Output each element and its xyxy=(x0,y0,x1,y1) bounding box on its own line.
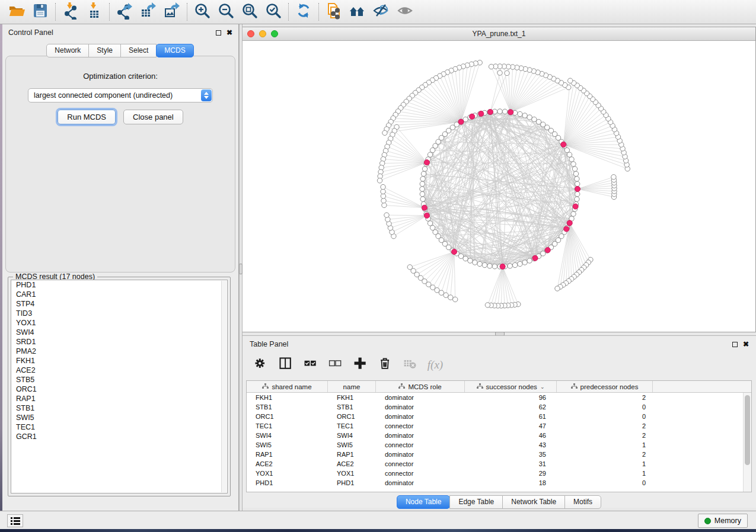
cell-role[interactable]: dominator xyxy=(376,432,465,439)
table-row-TEC1[interactable]: TEC1TEC1connector472 xyxy=(247,421,743,431)
memory-button[interactable]: Memory xyxy=(698,514,748,528)
show-graphics-details-button[interactable] xyxy=(393,2,417,22)
table-row-FKH1[interactable]: FKH1FKH1dominator962 xyxy=(247,393,743,402)
optimization-criterion-dropdown[interactable]: largest connected component (undirected) xyxy=(28,88,213,102)
mcds-result-item[interactable]: GCR1 xyxy=(11,432,227,441)
network-canvas[interactable] xyxy=(243,41,755,332)
cell-successors[interactable]: 62 xyxy=(465,403,557,411)
mcds-result-item[interactable]: STB5 xyxy=(11,375,227,384)
column-header-shared-name[interactable]: shared name xyxy=(247,381,328,392)
close-panel-icon[interactable]: ✖ xyxy=(743,341,749,348)
cell-name[interactable]: ACE2 xyxy=(328,460,376,467)
function-builder-button[interactable]: f(x) xyxy=(428,357,443,373)
cell-successors[interactable]: 43 xyxy=(465,441,557,448)
tab-node-table[interactable]: Node Table xyxy=(397,495,451,509)
mcds-result-item[interactable]: PHD1 xyxy=(11,280,227,290)
mcds-result-list[interactable]: PHD1CAR1STP4TID3YOX1SWI4SRD1PMA2FKH1ACE2… xyxy=(11,280,228,493)
scrollbar-thumb[interactable] xyxy=(745,395,750,465)
mcds-result-item[interactable]: STP4 xyxy=(11,299,227,309)
sort-menu-icon[interactable]: ⌄ xyxy=(540,384,545,390)
mcds-result-item[interactable]: STB1 xyxy=(11,403,227,413)
float-window-icon[interactable] xyxy=(732,342,738,347)
cell-name[interactable]: ORC1 xyxy=(328,413,376,420)
table-row-YOX1[interactable]: YOX1YOX1connector291 xyxy=(247,469,743,478)
tab-select[interactable]: Select xyxy=(120,44,157,57)
zoom-selected-button[interactable] xyxy=(261,2,285,22)
column-header-successor-nodes[interactable]: successor nodes⌄ xyxy=(465,381,557,392)
table-row-ORC1[interactable]: ORC1ORC1dominator610 xyxy=(247,412,743,421)
tab-mcds[interactable]: MCDS xyxy=(156,44,193,57)
delete-rows-button[interactable] xyxy=(378,357,393,373)
mcds-result-item[interactable]: SRD1 xyxy=(11,337,227,347)
cell-predecessors[interactable]: 0 xyxy=(557,413,653,420)
mcds-result-item[interactable]: TEC1 xyxy=(11,422,227,432)
delete-table-button[interactable] xyxy=(403,357,418,373)
cell-successors[interactable]: 18 xyxy=(465,479,557,486)
cell-role[interactable]: dominator xyxy=(376,413,465,420)
cell-shared_name[interactable]: SWI5 xyxy=(247,441,328,448)
close-panel-button[interactable]: Close panel xyxy=(123,110,183,124)
import-network-file-button[interactable] xyxy=(59,2,82,22)
cell-shared_name[interactable]: SWI4 xyxy=(247,432,328,439)
hide-graphics-details-button[interactable] xyxy=(369,2,393,22)
export-image-button[interactable] xyxy=(160,2,184,22)
task-history-button[interactable] xyxy=(7,514,23,527)
save-session-button[interactable] xyxy=(28,2,52,22)
cell-successors[interactable]: 96 xyxy=(465,394,557,401)
network-window-titlebar[interactable]: YPA_prune.txt_1 xyxy=(243,27,755,41)
cell-shared_name[interactable]: FKH1 xyxy=(247,394,328,401)
cell-shared_name[interactable]: STB1 xyxy=(247,403,328,411)
mcds-result-item[interactable]: SWI5 xyxy=(11,413,227,422)
cell-shared_name[interactable]: PHD1 xyxy=(247,479,328,486)
open-file-button[interactable] xyxy=(5,2,28,22)
show-columns-button[interactable] xyxy=(278,357,294,373)
cell-shared_name[interactable]: ORC1 xyxy=(247,413,328,420)
column-header-name[interactable]: name xyxy=(328,381,376,392)
cell-role[interactable]: connector xyxy=(376,422,465,430)
table-row-PHD1[interactable]: PHD1PHD1dominator180 xyxy=(247,478,743,488)
cell-predecessors[interactable]: 1 xyxy=(557,441,653,448)
cell-successors[interactable]: 31 xyxy=(465,460,557,467)
select-all-button[interactable] xyxy=(303,357,318,373)
cell-name[interactable]: TEC1 xyxy=(328,422,376,430)
cell-role[interactable]: connector xyxy=(376,460,465,467)
mcds-result-item[interactable]: ORC1 xyxy=(11,384,227,394)
cell-name[interactable]: YOX1 xyxy=(328,470,376,477)
cell-role[interactable]: dominator xyxy=(376,451,465,458)
mcds-result-item[interactable]: RAP1 xyxy=(11,394,227,403)
column-header-predecessor-nodes[interactable]: predecessor nodes xyxy=(557,381,653,392)
import-table-file-button[interactable] xyxy=(82,2,106,22)
tab-style[interactable]: Style xyxy=(88,44,121,57)
network-graph[interactable] xyxy=(243,41,755,332)
zoom-in-button[interactable] xyxy=(190,2,214,22)
cell-successors[interactable]: 46 xyxy=(465,432,557,439)
mcds-result-item[interactable]: TID3 xyxy=(11,309,227,318)
cell-name[interactable]: FKH1 xyxy=(328,394,376,401)
cell-successors[interactable]: 35 xyxy=(465,451,557,458)
cell-predecessors[interactable]: 0 xyxy=(557,403,653,411)
first-neighbors-button[interactable] xyxy=(346,2,369,22)
cell-predecessors[interactable]: 2 xyxy=(557,394,653,401)
vertical-splitter[interactable] xyxy=(239,24,243,511)
cell-shared_name[interactable]: TEC1 xyxy=(247,422,328,430)
cell-successors[interactable]: 47 xyxy=(465,422,557,430)
splitter-grip[interactable] xyxy=(239,264,243,274)
mcds-result-item[interactable]: YOX1 xyxy=(11,318,227,328)
cell-predecessors[interactable]: 1 xyxy=(557,460,653,467)
close-panel-icon[interactable]: ✖ xyxy=(227,29,232,36)
float-window-icon[interactable] xyxy=(216,30,221,36)
mcds-result-item[interactable]: FKH1 xyxy=(11,356,227,366)
table-row-SWI4[interactable]: SWI4SWI4dominator462 xyxy=(247,431,743,440)
cell-name[interactable]: SWI5 xyxy=(328,441,376,448)
table-row-SWI5[interactable]: SWI5SWI5connector431 xyxy=(247,440,743,450)
table-row-ACE2[interactable]: ACE2ACE2connector311 xyxy=(247,459,743,469)
cell-predecessors[interactable]: 2 xyxy=(557,432,653,439)
cell-shared_name[interactable]: ACE2 xyxy=(247,460,328,467)
run-mcds-button[interactable]: Run MCDS xyxy=(58,110,116,124)
table-row-STB1[interactable]: STB1STB1dominator620 xyxy=(247,402,743,412)
cell-role[interactable]: connector xyxy=(376,441,465,448)
cell-predecessors[interactable]: 1 xyxy=(557,470,653,477)
cell-role[interactable]: dominator xyxy=(376,403,465,411)
tab-motifs[interactable]: Motifs xyxy=(564,495,601,509)
cell-role[interactable]: dominator xyxy=(376,479,465,486)
